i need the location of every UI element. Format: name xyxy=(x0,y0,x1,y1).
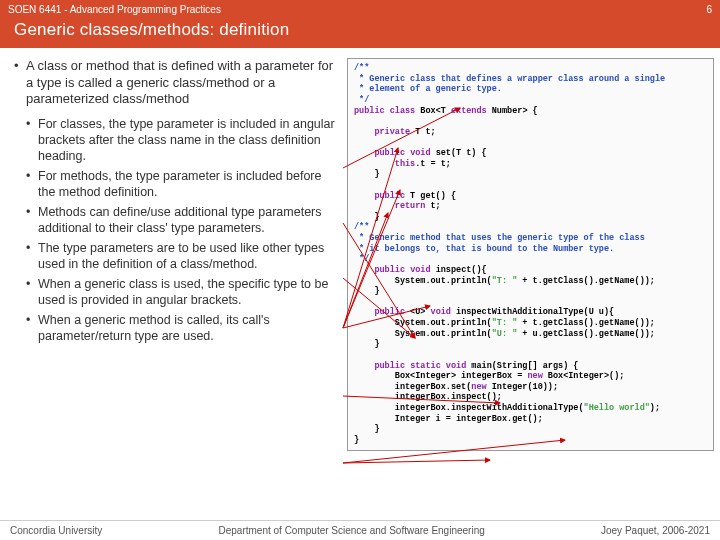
course-code: SOEN 6441 - Advanced Programming Practic… xyxy=(8,4,221,15)
sub-bullet: The type parameters are to be used like … xyxy=(28,240,339,272)
footer-left: Concordia University xyxy=(10,525,102,536)
sub-bullet: When a generic method is called, its cal… xyxy=(28,312,339,344)
footer-bar: Concordia University Department of Compu… xyxy=(0,520,720,540)
top-bar: SOEN 6441 - Advanced Programming Practic… xyxy=(0,0,720,18)
footer-center: Department of Computer Science and Softw… xyxy=(219,525,485,536)
text-column: A class or method that is defined with a… xyxy=(0,48,345,518)
page-number: 6 xyxy=(706,4,712,15)
main-bullet: A class or method that is defined with a… xyxy=(16,58,339,108)
slide-title: Generic classes/methods: definition xyxy=(0,18,720,48)
footer-right: Joey Paquet, 2006-2021 xyxy=(601,525,710,536)
sub-bullet: For classes, the type parameter is inclu… xyxy=(28,116,339,164)
sub-bullet: When a generic class is used, the specif… xyxy=(28,276,339,308)
sub-bullet-list: For classes, the type parameter is inclu… xyxy=(16,116,339,344)
sub-bullet: Methods can define/use additional type p… xyxy=(28,204,339,236)
code-column: /** * Generic class that defines a wrapp… xyxy=(345,48,720,518)
sub-bullet: For methods, the type parameter is inclu… xyxy=(28,168,339,200)
code-block: /** * Generic class that defines a wrapp… xyxy=(347,58,714,451)
content-area: A class or method that is defined with a… xyxy=(0,48,720,518)
